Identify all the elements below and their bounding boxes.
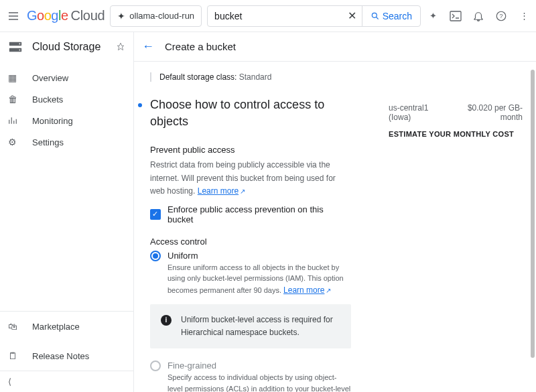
- fine-radio[interactable]: [150, 361, 161, 371]
- search-button[interactable]: Search: [362, 6, 420, 26]
- cloud-label: Cloud: [71, 8, 105, 23]
- monitoring-icon: [8, 116, 20, 125]
- top-icons: ✦ ? ⋮: [426, 9, 531, 23]
- nav-label: Settings: [32, 137, 64, 147]
- gear-icon: ⚙: [8, 137, 20, 147]
- sidebar-header: Cloud Storage: [0, 32, 133, 62]
- region-sub: (Iowa): [389, 113, 428, 122]
- sidebar: Cloud Storage ▦ Overview 🗑 Buckets Monit…: [0, 32, 134, 392]
- project-name: ollama-cloud-run: [129, 11, 194, 21]
- prevent-title: Prevent public access: [150, 145, 351, 155]
- fine-desc-text: Specify access to individual objects by …: [168, 373, 350, 392]
- nav-overview[interactable]: ▦ Overview: [0, 67, 133, 88]
- nav-settings[interactable]: ⚙ Settings: [0, 131, 133, 153]
- uniform-radio[interactable]: [150, 251, 161, 261]
- nav-monitoring[interactable]: Monitoring: [0, 110, 133, 131]
- pin-icon[interactable]: [116, 42, 125, 52]
- uniform-desc: Ensure uniform access to all objects in …: [168, 262, 351, 296]
- fine-radio-row: Fine-grained Specify access to individua…: [150, 361, 351, 392]
- learn-more-link[interactable]: Learn more: [198, 186, 239, 196]
- notes-icon: 🗒: [8, 350, 20, 361]
- google-logo: Google: [27, 8, 68, 23]
- prevent-desc: Restrict data from being publicly access…: [150, 159, 351, 198]
- enforce-label: Enforce public access prevention on this…: [168, 204, 351, 224]
- section-title: Choose how to control access to objects: [150, 96, 351, 130]
- section-title-text: Choose how to control access to objects: [150, 98, 324, 128]
- svg-point-6: [19, 43, 21, 44]
- svg-point-7: [19, 49, 21, 50]
- content-header: ← Create a bucket: [134, 32, 536, 62]
- marketplace-icon: 🛍: [8, 321, 20, 332]
- back-arrow-icon[interactable]: ←: [142, 40, 154, 54]
- overview-icon: ▦: [8, 72, 20, 83]
- external-link-icon: ↗: [326, 287, 331, 294]
- price-label: $0.020 per GB-: [468, 103, 523, 113]
- storage-class-row: Default storage class: Standard: [150, 72, 351, 82]
- search-button-label: Search: [383, 11, 412, 21]
- uniform-radio-row: Uniform Ensure uniform access to all obj…: [150, 251, 351, 296]
- svg-text:?: ?: [499, 13, 503, 19]
- top-bar: Google Cloud ✦ ollama-cloud-run ✕ Search…: [0, 0, 536, 32]
- enforce-checkbox[interactable]: ✓: [150, 209, 161, 220]
- nav-buckets[interactable]: 🗑 Buckets: [0, 88, 133, 110]
- nav-label: Overview: [32, 73, 68, 83]
- content-body: us-central1 (Iowa) $0.020 per GB- month …: [134, 62, 536, 392]
- cost-panel: us-central1 (Iowa) $0.020 per GB- month …: [389, 103, 523, 138]
- project-icon: ✦: [117, 11, 125, 21]
- info-box: i Uniform bucket-level access is require…: [150, 304, 351, 348]
- scrollbar[interactable]: [531, 70, 535, 358]
- enforce-checkbox-row: ✓ Enforce public access prevention on th…: [150, 204, 351, 224]
- nav-label: Buckets: [32, 94, 63, 105]
- price-sub: month: [500, 113, 523, 122]
- nav-label: Release Notes: [32, 351, 89, 361]
- more-icon[interactable]: ⋮: [517, 9, 531, 23]
- gcp-logo[interactable]: Google Cloud: [27, 8, 105, 23]
- step-dot-icon: [138, 103, 142, 107]
- info-icon: i: [161, 315, 172, 326]
- svg-rect-1: [450, 11, 461, 21]
- clear-search-icon[interactable]: ✕: [342, 9, 362, 22]
- estimate-title: ESTIMATE YOUR MONTHLY COST: [389, 130, 523, 138]
- uniform-label: Uniform: [168, 251, 351, 261]
- info-text: Uniform bucket-level access is required …: [181, 314, 340, 339]
- project-selector[interactable]: ✦ ollama-cloud-run: [110, 5, 202, 27]
- sidebar-title: Cloud Storage: [32, 41, 107, 53]
- content: ← Create a bucket us-central1 (Iowa) $0.…: [134, 32, 536, 392]
- storage-class-label: Default storage class:: [159, 72, 237, 82]
- collapse-sidebar-icon[interactable]: ⟨: [0, 371, 133, 392]
- notifications-icon[interactable]: [472, 9, 485, 23]
- storage-class-value: Standard: [239, 72, 272, 82]
- bucket-icon: 🗑: [8, 94, 20, 105]
- sidebar-bottom: 🛍 Marketplace 🗒 Release Notes ⟨: [0, 311, 133, 392]
- search-input[interactable]: [208, 11, 342, 21]
- page-title: Create a bucket: [165, 41, 236, 52]
- learn-more-link[interactable]: Learn more: [283, 285, 324, 295]
- nav-release-notes[interactable]: 🗒 Release Notes: [0, 341, 133, 371]
- search-box: ✕ Search: [207, 5, 421, 27]
- sidebar-nav: ▦ Overview 🗑 Buckets Monitoring ⚙ Settin…: [0, 62, 133, 153]
- region-price-row: us-central1 (Iowa) $0.020 per GB- month: [389, 103, 523, 122]
- storage-product-icon: [8, 40, 23, 54]
- form-area: Default storage class: Standard Choose h…: [150, 72, 351, 392]
- cloud-shell-icon[interactable]: [449, 9, 462, 23]
- nav-marketplace[interactable]: 🛍 Marketplace: [0, 312, 133, 341]
- nav-label: Monitoring: [32, 116, 73, 126]
- svg-point-0: [372, 13, 377, 17]
- help-icon[interactable]: ?: [494, 9, 508, 23]
- region-label: us-central1: [389, 103, 428, 113]
- nav-label: Marketplace: [32, 322, 80, 332]
- access-control-title: Access control: [150, 237, 351, 247]
- gemini-icon[interactable]: ✦: [426, 9, 440, 23]
- external-link-icon: ↗: [240, 188, 245, 195]
- fine-label: Fine-grained: [168, 361, 351, 371]
- hamburger-menu-icon[interactable]: [5, 8, 21, 24]
- fine-desc: Specify access to individual objects by …: [168, 372, 351, 392]
